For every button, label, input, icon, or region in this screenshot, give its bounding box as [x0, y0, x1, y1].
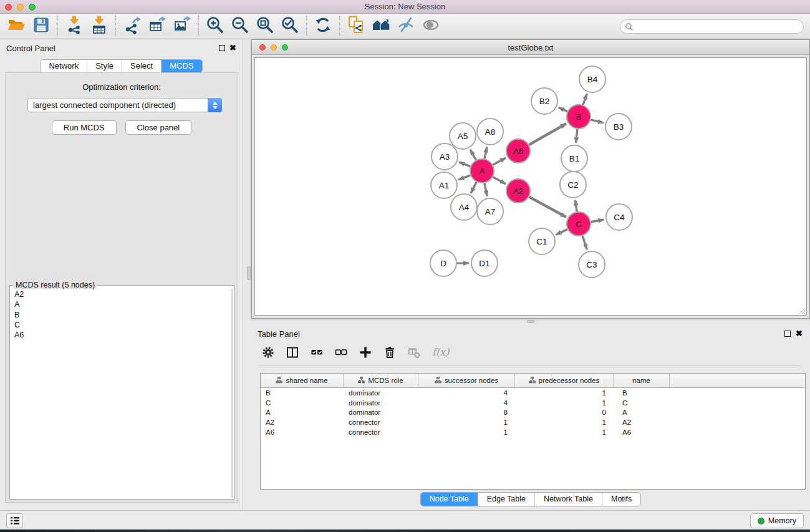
mcds-result-item[interactable]: C: [11, 320, 230, 330]
mcds-list-scrollbar[interactable]: [231, 289, 233, 498]
graph-edge[interactable]: [583, 94, 587, 105]
column-header-shared-name[interactable]: shared name: [261, 374, 344, 387]
graph-node-C2[interactable]: C2: [560, 172, 586, 198]
graph-edge[interactable]: [485, 147, 487, 159]
graph-node-A5[interactable]: A5: [450, 123, 476, 149]
run-mcds-button[interactable]: Run MCDS: [52, 120, 117, 135]
welcome-screen-button[interactable]: [369, 15, 393, 37]
table-row[interactable]: Bdominator41B: [261, 388, 805, 398]
close-table-panel-icon[interactable]: ✖: [796, 329, 803, 338]
tab-node-table[interactable]: Node Table: [421, 493, 478, 506]
deselect-all-button[interactable]: [333, 346, 349, 362]
graph-node-A4[interactable]: A4: [451, 194, 477, 220]
table-row[interactable]: Adominator80A: [261, 408, 805, 418]
graph-edge[interactable]: [591, 120, 603, 123]
float-panel-icon[interactable]: [219, 45, 225, 51]
memory-button[interactable]: Memory: [750, 513, 804, 528]
tab-style[interactable]: Style: [87, 60, 122, 72]
search-field[interactable]: [620, 19, 804, 34]
graph-edge[interactable]: [529, 123, 566, 145]
export-table-button[interactable]: [145, 15, 170, 37]
graph-node-C[interactable]: C: [567, 212, 591, 236]
add-row-button[interactable]: [357, 346, 374, 362]
tab-edge-table[interactable]: Edge Table: [478, 493, 534, 506]
mcds-result-item[interactable]: A2: [11, 289, 230, 299]
graph-node-C3[interactable]: C3: [579, 251, 605, 278]
graph-edge[interactable]: [576, 200, 577, 212]
column-header-MCDS-role[interactable]: MCDS role: [344, 374, 418, 387]
tab-network[interactable]: Network: [41, 60, 87, 72]
column-header-predecessor-nodes[interactable]: predecessor nodes: [515, 374, 614, 387]
float-table-panel-icon[interactable]: [784, 331, 791, 337]
graph-edge[interactable]: [582, 236, 587, 249]
graph-edge[interactable]: [559, 107, 567, 111]
mcds-result-item[interactable]: A6: [11, 330, 230, 340]
graph-edge[interactable]: [576, 129, 577, 143]
table-row[interactable]: Cdominator41C: [261, 398, 805, 408]
criterion-dropdown[interactable]: largest connected component (directed): [27, 98, 222, 112]
zoom-fit-button[interactable]: [253, 15, 277, 37]
network-canvas[interactable]: A5A8A6A3AA1A2A4A7B2B4BB3B1C2CC1C4C3DD1: [254, 57, 807, 316]
mcds-result-item[interactable]: A: [11, 299, 230, 309]
graph-edge[interactable]: [556, 230, 567, 235]
graph-edge[interactable]: [591, 220, 604, 222]
tab-mcds[interactable]: MCDS: [161, 60, 201, 72]
columns-button[interactable]: [284, 346, 301, 362]
graph-node-C1[interactable]: C1: [529, 228, 555, 254]
tab-network-table[interactable]: Network Table: [534, 493, 602, 506]
graph-node-A[interactable]: A: [470, 159, 494, 183]
graph-edge[interactable]: [471, 182, 476, 193]
graph-node-B1[interactable]: B1: [561, 145, 587, 172]
close-panel-button[interactable]: Close panel: [125, 120, 192, 135]
graph-node-C4[interactable]: C4: [606, 204, 632, 230]
settings-button[interactable]: [260, 346, 276, 362]
network-from-clipboard-button[interactable]: [344, 15, 369, 37]
delete-row-button[interactable]: [382, 346, 398, 362]
graph-node-A3[interactable]: A3: [432, 143, 458, 170]
graph-edge[interactable]: [493, 158, 506, 165]
import-network-button[interactable]: [62, 15, 87, 37]
column-header-successor-nodes[interactable]: successor nodes: [418, 374, 515, 387]
graph-node-D1[interactable]: D1: [471, 250, 498, 276]
zoom-in-button[interactable]: [203, 15, 228, 37]
table-row[interactable]: A2connector11A2: [261, 417, 805, 427]
table-row[interactable]: A6connector11A6: [261, 427, 805, 437]
export-image-button[interactable]: [170, 15, 195, 37]
resize-grip-icon[interactable]: [798, 306, 806, 314]
close-panel-icon[interactable]: ✖: [229, 43, 236, 52]
column-header-name[interactable]: name: [614, 374, 670, 387]
graph-edge[interactable]: [470, 150, 476, 160]
import-table-button[interactable]: [87, 15, 112, 37]
graph-node-B3[interactable]: B3: [605, 114, 632, 140]
refresh-layout-button[interactable]: [311, 15, 335, 37]
graph-node-A2[interactable]: A2: [506, 179, 530, 203]
tab-motifs[interactable]: Motifs: [602, 493, 640, 506]
graph-node-B2[interactable]: B2: [531, 88, 557, 114]
hide-graphics-details-button[interactable]: [393, 15, 418, 37]
graph-edge[interactable]: [493, 177, 506, 184]
tab-select[interactable]: Select: [122, 60, 161, 72]
zoom-out-button[interactable]: [228, 15, 253, 37]
graph-edge[interactable]: [485, 183, 487, 196]
zoom-selected-button[interactable]: [277, 15, 302, 37]
graph-edge[interactable]: [529, 197, 566, 217]
graph-edge[interactable]: [459, 162, 470, 167]
search-input[interactable]: [634, 22, 789, 31]
graph-node-D[interactable]: D: [430, 250, 456, 276]
export-network-button[interactable]: [120, 15, 145, 37]
graph-node-B[interactable]: B: [567, 105, 591, 128]
vertical-splitter-handle[interactable]: [247, 266, 251, 280]
select-all-button[interactable]: [309, 346, 325, 362]
graph-edge[interactable]: [458, 175, 470, 180]
graph-node-A7[interactable]: A7: [477, 198, 503, 225]
graph-node-A8[interactable]: A8: [477, 118, 503, 145]
task-history-button[interactable]: [6, 513, 23, 528]
open-session-button[interactable]: [4, 15, 29, 37]
graph-node-B4[interactable]: B4: [579, 66, 605, 92]
graph-node-A1[interactable]: A1: [431, 172, 457, 198]
horizontal-splitter-handle[interactable]: [527, 320, 534, 323]
network-graph[interactable]: A5A8A6A3AA1A2A4A7B2B4BB3B1C2CC1C4C3DD1: [255, 58, 807, 318]
mcds-result-list[interactable]: A2ABCA6: [11, 289, 230, 498]
show-graphics-details-button[interactable]: [418, 15, 443, 37]
save-session-button[interactable]: [29, 15, 54, 37]
